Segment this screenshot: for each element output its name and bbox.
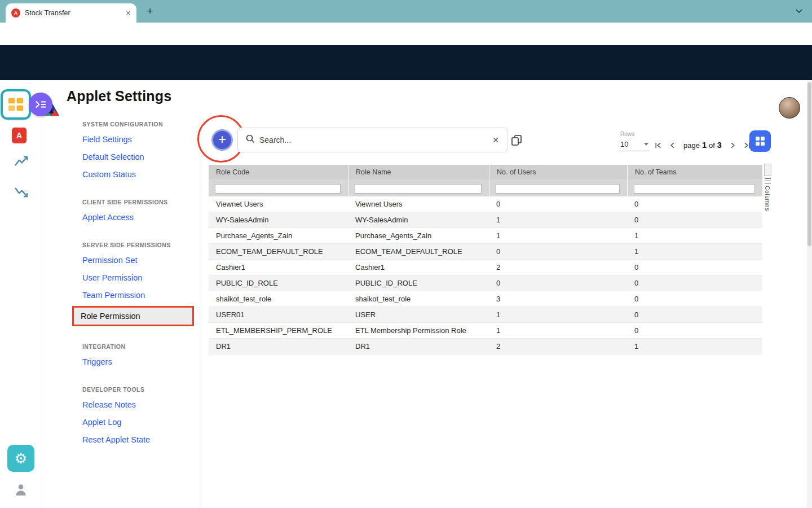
next-page-button[interactable] <box>728 140 738 150</box>
table-cell: 0 <box>627 307 762 322</box>
nav-item-triggers[interactable]: Triggers <box>76 354 192 369</box>
page-scrollbar-thumb[interactable] <box>807 82 811 246</box>
table-scrollbar-thumb[interactable] <box>764 164 771 176</box>
column-header-role-name[interactable]: Role Name <box>348 165 489 179</box>
table-cell: 0 <box>627 323 762 338</box>
search-icon <box>246 134 255 146</box>
annotation-box-role-permission: Role Permission <box>72 306 194 326</box>
table-row-cashier1[interactable]: Cashier1Cashier120 <box>209 260 762 275</box>
copy-list-button[interactable] <box>510 134 524 147</box>
search-box: ✕ <box>237 128 508 152</box>
table-cell: USER01 <box>209 307 348 322</box>
chevron-menu-icon <box>34 100 47 109</box>
table-cell: 0 <box>627 212 762 227</box>
profile-person-icon[interactable] <box>14 482 29 498</box>
search-input[interactable] <box>259 135 488 144</box>
filter-cell-role-name <box>348 179 489 196</box>
table-cell: 0 <box>627 260 762 275</box>
browser-addressbar: ← → ⟳ akaun.cloud/#/applet/tnt/wavelet/e… <box>0 23 812 45</box>
columns-tab-label: Columns <box>764 186 771 211</box>
nav-item-custom-status[interactable]: Custom Status <box>76 167 192 182</box>
filter-input-no-of-teams[interactable] <box>634 184 755 194</box>
nav-item-role-permission[interactable]: Role Permission <box>74 308 192 325</box>
nav-item-default-selection[interactable]: Default Selection <box>76 150 192 164</box>
columns-panel-tab[interactable]: Columns <box>762 178 773 211</box>
table-row-wy-salesadmin[interactable]: WY-SalesAdminWY-SalesAdmin10 <box>209 212 762 228</box>
column-header-role-code[interactable]: Role Code <box>209 165 348 179</box>
page-indicator: page 1 of 3 <box>683 141 722 150</box>
table-row-etl-membership-perm-role[interactable]: ETL_MEMBERSHIP_PERM_ROLEETL Membership P… <box>209 323 762 339</box>
clear-search-icon[interactable]: ✕ <box>492 135 499 144</box>
nav-item-reset-applet-state[interactable]: Reset Applet State <box>76 432 192 447</box>
trending-up-icon[interactable] <box>14 155 29 168</box>
stock-transfer-applet-icon[interactable] <box>1 89 31 120</box>
table-cell: 0 <box>627 291 762 306</box>
app-header: akaun <box>0 45 812 80</box>
page-current: 1 <box>702 141 707 150</box>
table-cell: ECOM_TEAM_DEFAULT_ROLE <box>348 244 489 259</box>
table-row-dr1[interactable]: DR1DR121 <box>209 339 762 354</box>
table-body: Viewnet UsersViewnet Users00WY-SalesAdmi… <box>209 196 762 354</box>
nav-section-title-client-side-permissions: CLIENT SIDE PERMISSIONS <box>82 199 206 205</box>
table-cell: shaikot_test_role <box>348 291 489 306</box>
table-row-viewnet-users[interactable]: Viewnet UsersViewnet Users00 <box>209 196 762 212</box>
pagination: page 1 of 3 <box>653 140 752 150</box>
table-cell: 2 <box>489 339 627 354</box>
page-title: Applet Settings <box>67 88 171 104</box>
browser-tab[interactable]: A Stock Transfer ✕ <box>6 3 136 23</box>
filter-input-role-code[interactable] <box>215 184 341 194</box>
tab-close-icon[interactable]: ✕ <box>126 10 131 17</box>
table-cell: 0 <box>489 275 627 291</box>
table-cell: PUBLIC_ID_ROLE <box>209 275 348 291</box>
table-cell: ECOM_TEAM_DEFAULT_ROLE <box>209 244 348 259</box>
nav-section-title-developer-tools: DEVELOPER TOOLS <box>82 386 206 393</box>
sidebar-expand-toggle[interactable] <box>29 93 52 116</box>
table-cell: Cashier1 <box>209 260 348 275</box>
nav-section-title-system-configuration: SYSTEM CONFIGURATION <box>82 121 206 128</box>
filter-cell-no-of-users <box>489 179 627 196</box>
table-header-row: Role CodeRole NameNo. of UsersNo. of Tea… <box>209 165 762 179</box>
filter-input-no-of-users[interactable] <box>496 184 620 194</box>
prev-page-button[interactable] <box>667 140 677 150</box>
table-cell: WY-SalesAdmin <box>209 212 348 227</box>
rows-per-page-select[interactable]: 10 <box>620 138 650 151</box>
table-cell: ETL Membership Permission Role <box>348 323 489 338</box>
trending-down-icon[interactable] <box>14 185 29 199</box>
filter-cell-no-of-teams <box>627 179 762 196</box>
table-cell: 3 <box>489 291 627 306</box>
new-tab-button[interactable]: + <box>143 5 157 18</box>
table-cell: 1 <box>489 323 627 338</box>
page-of-word: of <box>709 141 715 150</box>
left-icon-rail: A ⚙ <box>0 80 42 508</box>
column-layout-button[interactable] <box>749 130 771 152</box>
nav-item-permission-set[interactable]: Permission Set <box>76 253 192 268</box>
table-row-user01[interactable]: USER01USER10 <box>209 307 762 323</box>
page-word: page <box>683 141 700 150</box>
table-row-public-id-role[interactable]: PUBLIC_ID_ROLEPUBLIC_ID_ROLE00 <box>209 275 762 291</box>
nav-item-team-permission[interactable]: Team Permission <box>76 288 192 303</box>
nav-item-field-settings[interactable]: Field Settings <box>76 132 192 147</box>
table-row-purchase-agents-zain[interactable]: Purchase_Agents_ZainPurchase_Agents_Zain… <box>209 228 762 244</box>
tab-search-chevron-icon[interactable] <box>793 5 805 17</box>
table-row-shaikot-test-role[interactable]: shaikot_test_roleshaikot_test_role30 <box>209 291 762 307</box>
table-row-ecom-team-default-role[interactable]: ECOM_TEAM_DEFAULT_ROLEECOM_TEAM_DEFAULT_… <box>209 244 762 260</box>
table-cell: Viewnet Users <box>209 196 348 212</box>
rows-label: Rows <box>620 131 650 137</box>
settings-gear-button[interactable]: ⚙ <box>7 445 34 472</box>
first-page-button[interactable] <box>653 140 663 150</box>
column-header-no-of-teams[interactable]: No. of Teams <box>627 165 762 179</box>
table-cell: Purchase_Agents_Zain <box>209 228 348 243</box>
table-cell: USER <box>348 307 489 322</box>
user-avatar[interactable] <box>779 97 800 119</box>
nav-item-release-notes[interactable]: Release Notes <box>76 397 192 412</box>
nav-item-user-permission[interactable]: User Permission <box>76 270 192 285</box>
pdf-icon[interactable]: A <box>12 128 27 143</box>
drag-handle-icon <box>765 178 771 183</box>
nav-item-applet-access[interactable]: Applet Access <box>76 210 192 225</box>
filter-input-role-name[interactable] <box>355 184 482 194</box>
nav-item-applet-log[interactable]: Applet Log <box>76 415 192 430</box>
settings-nav: SYSTEM CONFIGURATIONField SettingsDefaul… <box>82 120 206 447</box>
screen: A Stock Transfer ✕ + ← → ⟳ akaun.cloud/#… <box>0 0 812 508</box>
grid-icon <box>754 135 766 147</box>
column-header-no-of-users[interactable]: No. of Users <box>489 165 627 179</box>
